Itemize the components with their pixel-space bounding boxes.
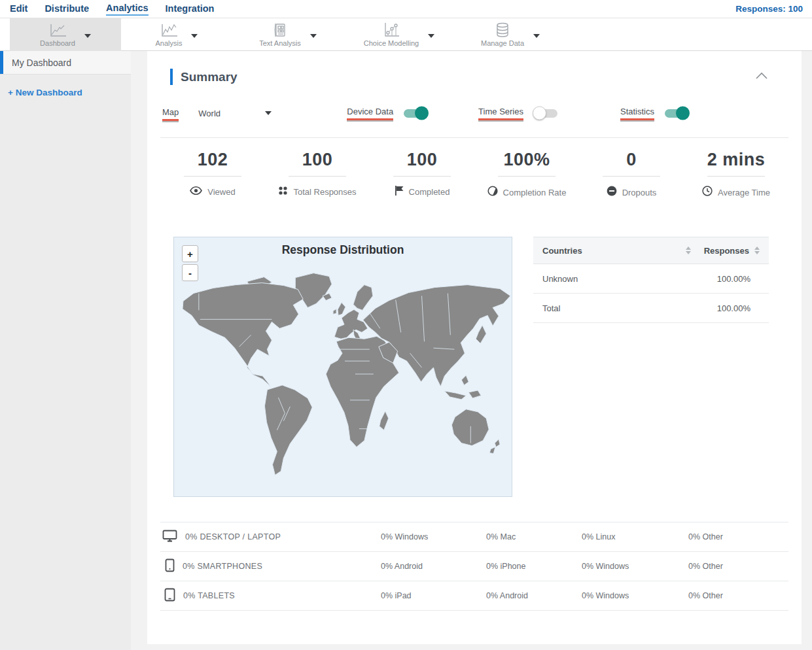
dots-grid-icon xyxy=(278,186,288,198)
toolbar-label: Manage Data xyxy=(481,39,524,47)
device-stat: 0% Other xyxy=(688,562,788,571)
stat-value: 2 mins xyxy=(707,150,766,170)
time-series-toggle[interactable] xyxy=(534,109,557,118)
stat-label: Total Responses xyxy=(293,187,356,197)
toggle-knob xyxy=(415,107,429,120)
device-category-label: 0% DESKTOP / LAPTOP xyxy=(185,532,281,541)
summary-card: Summary Map World Device Data xyxy=(147,51,802,644)
device-stat: 0% Windows xyxy=(381,532,486,541)
toolbar-dashboard[interactable]: Dashboard xyxy=(10,18,121,51)
sort-icon[interactable] xyxy=(754,247,760,254)
table-row: 0% TABLETS 0% iPad 0% Android 0% Windows… xyxy=(160,581,788,611)
main-content: Summary Map World Device Data xyxy=(131,51,812,650)
section-accent-bar xyxy=(170,69,173,85)
minus-circle-icon xyxy=(607,186,617,199)
country-name: Unknown xyxy=(542,274,578,284)
chevron-down-icon[interactable] xyxy=(310,34,317,38)
nav-edit[interactable]: Edit xyxy=(10,3,27,15)
toolbar-choice-modelling[interactable]: Choice Modelling xyxy=(344,18,455,51)
device-data-table: 0% DESKTOP / LAPTOP 0% Windows 0% Mac 0%… xyxy=(160,522,788,611)
collapse-chevron-up-icon[interactable] xyxy=(754,71,769,83)
statistics-label: Statistics xyxy=(620,107,654,120)
sort-icon[interactable] xyxy=(686,247,691,254)
toolbar-analysis[interactable]: Analysis xyxy=(121,18,232,51)
map-label: Map xyxy=(162,107,179,121)
sidebar-item-my-dashboard[interactable]: My Dashboard xyxy=(0,51,131,75)
statistics-toggle[interactable] xyxy=(665,109,688,118)
map-title: Response Distribution xyxy=(174,243,512,257)
stat-average-time: 2 mins Average Time xyxy=(684,150,788,199)
device-category-label: 0% SMARTPHONES xyxy=(183,562,262,571)
nav-integration[interactable]: Integration xyxy=(166,3,215,15)
scatter-chart-icon xyxy=(383,22,400,38)
device-stat: 0% iPhone xyxy=(486,562,582,571)
stat-value: 100% xyxy=(503,150,550,170)
table-row: Unknown 100.00% xyxy=(533,264,769,294)
map-region-select[interactable]: World xyxy=(198,109,272,118)
contrast-circle-icon xyxy=(487,186,498,199)
country-name: Total xyxy=(542,303,560,313)
line-chart-icon xyxy=(160,22,178,38)
stat-label: Completion Rate xyxy=(503,188,567,197)
stat-value: 0 xyxy=(626,150,637,170)
stats-row: 102 Viewed 100 Total Responses xyxy=(160,150,788,199)
active-accent-bar xyxy=(0,51,3,74)
eye-icon xyxy=(190,186,202,197)
nav-distribute[interactable]: Distribute xyxy=(44,3,89,15)
chevron-down-icon[interactable] xyxy=(191,34,198,38)
device-data-label: Device Data xyxy=(347,107,393,120)
countries-column-header[interactable]: Countries xyxy=(542,246,582,256)
stat-value: 102 xyxy=(198,150,228,170)
table-row: Total 100.00% xyxy=(533,294,769,323)
device-stat: 0% iPad xyxy=(381,591,486,600)
nav-analytics[interactable]: Analytics xyxy=(106,3,148,16)
stat-viewed: 102 Viewed xyxy=(160,150,265,199)
stat-label: Average Time xyxy=(718,188,770,197)
toolbar-text-analysis[interactable]: Text Analysis xyxy=(232,18,344,51)
toolbar-label: Analysis xyxy=(156,39,183,47)
device-stat: 0% Linux xyxy=(582,532,688,541)
divider xyxy=(707,176,765,177)
chevron-down-icon[interactable] xyxy=(428,34,434,38)
document-grid-icon xyxy=(272,22,288,38)
analytics-toolbar: Dashboard Analysis Text Analysis Choice … xyxy=(0,18,812,51)
responses-column-header[interactable]: Responses xyxy=(704,246,749,256)
flag-icon xyxy=(395,186,404,198)
clock-icon xyxy=(702,186,713,199)
device-stat: 0% Other xyxy=(688,591,788,600)
world-map xyxy=(174,260,513,495)
map-region-value: World xyxy=(198,109,221,118)
stat-value: 100 xyxy=(302,150,333,170)
new-dashboard-button[interactable]: + New Dashboard xyxy=(0,88,131,97)
response-distribution-map: Response Distribution + - xyxy=(173,237,512,497)
device-data-toggle[interactable] xyxy=(404,109,427,118)
device-stat: 0% Other xyxy=(688,532,788,541)
smartphone-icon xyxy=(162,558,175,574)
stat-completed: 100 Completed xyxy=(370,150,474,199)
dashboard-sidebar: My Dashboard + New Dashboard xyxy=(0,51,131,650)
desktop-icon xyxy=(162,530,177,544)
toolbar-manage-data[interactable]: Manage Data xyxy=(455,18,566,51)
divider xyxy=(603,176,660,177)
toolbar-label: Choice Modelling xyxy=(364,39,419,47)
toolbar-label: Text Analysis xyxy=(259,39,301,47)
device-stat: 0% Android xyxy=(381,562,486,571)
stat-value: 100 xyxy=(407,150,438,170)
chevron-down-icon xyxy=(265,111,272,115)
divider xyxy=(160,137,788,138)
stat-label: Viewed xyxy=(207,187,235,197)
stat-total-responses: 100 Total Responses xyxy=(265,150,370,199)
chevron-down-icon[interactable] xyxy=(84,34,91,38)
sidebar-item-label: My Dashboard xyxy=(12,58,71,68)
table-row: 0% DESKTOP / LAPTOP 0% Windows 0% Mac 0%… xyxy=(160,522,788,552)
section-title: Summary xyxy=(181,70,238,84)
toggle-knob xyxy=(533,107,546,120)
responses-count[interactable]: Responses: 100 xyxy=(735,4,803,14)
tablet-icon xyxy=(162,588,175,604)
device-category-label: 0% TABLETS xyxy=(183,591,235,600)
divider xyxy=(184,176,241,177)
stat-label: Dropouts xyxy=(622,188,657,197)
stat-dropouts: 0 Dropouts xyxy=(579,150,684,199)
chevron-down-icon[interactable] xyxy=(533,34,540,38)
divider xyxy=(498,176,556,177)
